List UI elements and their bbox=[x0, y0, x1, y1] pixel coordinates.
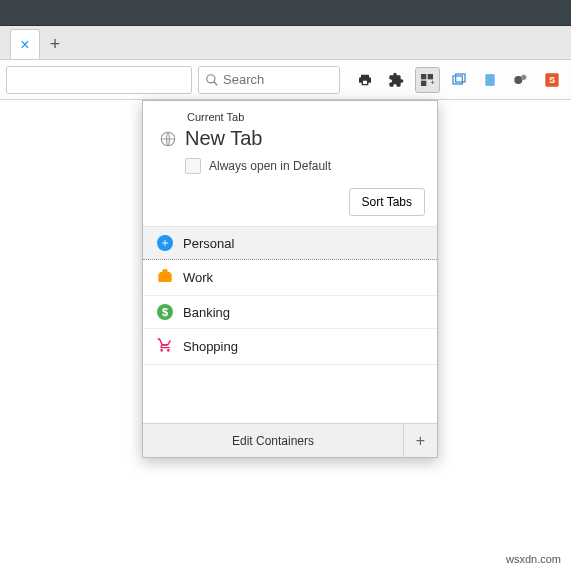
briefcase-icon bbox=[157, 268, 173, 287]
globe-icon bbox=[513, 72, 529, 88]
always-open-checkbox[interactable] bbox=[185, 158, 201, 174]
container-item-personal[interactable]: Personal bbox=[143, 227, 437, 260]
windows-icon bbox=[451, 72, 467, 88]
addons-button[interactable] bbox=[383, 67, 408, 93]
print-icon bbox=[357, 72, 373, 88]
container-label: Banking bbox=[183, 305, 230, 320]
svg-point-0 bbox=[207, 74, 215, 82]
tab-strip: × + bbox=[0, 26, 571, 60]
puzzle-icon bbox=[388, 72, 404, 88]
search-input[interactable] bbox=[223, 72, 333, 87]
svg-rect-7 bbox=[455, 74, 464, 82]
toolbar: + S bbox=[0, 60, 571, 100]
container-label: Shopping bbox=[183, 339, 238, 354]
svg-line-1 bbox=[214, 81, 218, 85]
container-label: Work bbox=[183, 270, 213, 285]
svg-rect-8 bbox=[485, 74, 494, 86]
container-item-shopping[interactable]: Shopping bbox=[143, 329, 437, 365]
dollar-icon: $ bbox=[157, 304, 173, 320]
sidebar-button[interactable] bbox=[477, 67, 502, 93]
container-list: Personal Work $ Banking Shopping bbox=[143, 226, 437, 365]
containers-icon: + bbox=[419, 72, 435, 88]
current-tab-label: Current Tab bbox=[187, 111, 423, 123]
print-button[interactable] bbox=[352, 67, 377, 93]
container-item-work[interactable]: Work bbox=[143, 260, 437, 296]
edit-containers-button[interactable]: Edit Containers bbox=[143, 434, 403, 448]
svg-rect-6 bbox=[453, 76, 462, 84]
svg-rect-4 bbox=[421, 80, 426, 85]
window-titlebar bbox=[0, 0, 571, 26]
containers-button[interactable]: + bbox=[415, 67, 440, 93]
app-icon: S bbox=[544, 72, 560, 88]
windows-button[interactable] bbox=[446, 67, 471, 93]
container-item-banking[interactable]: $ Banking bbox=[143, 296, 437, 329]
containers-popup: Current Tab New Tab Always open in Defau… bbox=[142, 100, 438, 458]
svg-rect-2 bbox=[421, 74, 426, 79]
search-bar[interactable] bbox=[198, 66, 340, 94]
always-open-label: Always open in Default bbox=[209, 159, 331, 173]
svg-text:S: S bbox=[549, 75, 555, 85]
globe-button[interactable] bbox=[509, 67, 534, 93]
sort-tabs-button[interactable]: Sort Tabs bbox=[349, 188, 425, 216]
current-tab-title: New Tab bbox=[185, 127, 262, 150]
new-tab-button[interactable]: + bbox=[40, 29, 70, 59]
container-label: Personal bbox=[183, 236, 234, 251]
svg-point-10 bbox=[521, 74, 526, 79]
popup-header: Current Tab New Tab Always open in Defau… bbox=[143, 101, 437, 178]
search-icon bbox=[205, 73, 219, 87]
always-open-row[interactable]: Always open in Default bbox=[185, 158, 423, 174]
personal-icon bbox=[157, 235, 173, 251]
svg-text:+: + bbox=[431, 78, 436, 87]
add-container-button[interactable]: + bbox=[403, 424, 437, 458]
app-button[interactable]: S bbox=[540, 67, 565, 93]
sidebar-icon bbox=[483, 72, 497, 88]
browser-tab[interactable]: × bbox=[10, 29, 40, 59]
close-icon[interactable]: × bbox=[20, 36, 29, 54]
cart-icon bbox=[157, 337, 173, 356]
popup-footer: Edit Containers + bbox=[143, 423, 437, 457]
watermark: wsxdn.com bbox=[506, 553, 561, 565]
url-bar[interactable] bbox=[6, 66, 192, 94]
globe-icon bbox=[159, 130, 177, 148]
